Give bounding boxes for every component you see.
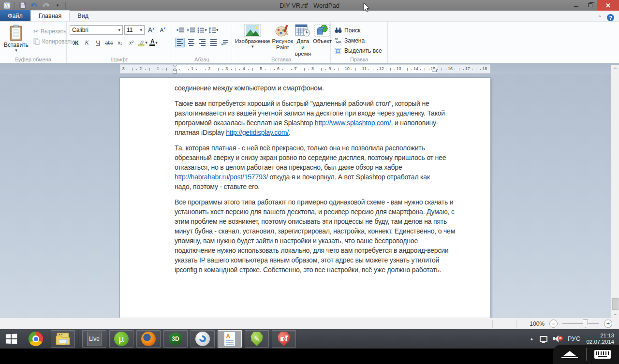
- ruler-tick: [274, 69, 275, 70]
- restore-button[interactable]: [583, 0, 597, 11]
- select-all-button[interactable]: Выделить все: [335, 46, 385, 56]
- ruler-tick: [235, 68, 236, 71]
- insert-object-button[interactable]: Объект: [312, 24, 333, 44]
- underline-button[interactable]: Ч: [93, 38, 103, 47]
- find-button[interactable]: Поиск: [335, 26, 385, 35]
- expand-overlay-button[interactable]: [553, 345, 586, 364]
- hyperlink[interactable]: http://getidisplay.com/: [226, 129, 289, 136]
- document-page[interactable]: соединение между компьютером и смартфоно…: [120, 78, 490, 318]
- scroll-up-arrow-icon[interactable]: ⌃: [611, 65, 619, 73]
- save-button[interactable]: [18, 1, 28, 10]
- start-button[interactable]: [0, 329, 22, 349]
- taskbar-splashtop[interactable]: [191, 330, 215, 348]
- justify-button[interactable]: [208, 38, 218, 47]
- font-color-button[interactable]: A ▾: [148, 38, 159, 47]
- font-family-select[interactable]: Calibri▾: [70, 25, 123, 35]
- taskbar-utorrent[interactable]: µ: [109, 330, 133, 348]
- increase-indent-button[interactable]: [186, 25, 196, 35]
- taskbar-tridef3d[interactable]: 3D: [163, 330, 188, 348]
- subscript-button[interactable]: x₂: [115, 38, 125, 47]
- vertical-scrollbar[interactable]: ⌃ ⌄: [611, 65, 619, 318]
- shrink-font-button[interactable]: A▾: [158, 25, 168, 35]
- zoom-out-button[interactable]: −: [549, 320, 558, 328]
- ribbon: Вставить ▾ ✂ Вырезать Копировать Буфер о…: [0, 22, 619, 63]
- customize-qat-dropdown[interactable]: ▾: [53, 1, 62, 10]
- ruler-tick: [282, 69, 283, 70]
- paint-drawing-button[interactable]: РисунокPaint: [271, 24, 294, 51]
- taskbar-wordpad-active[interactable]: A: [218, 330, 242, 348]
- ruler-tick: [343, 69, 343, 70]
- strikethrough-button[interactable]: abc: [104, 38, 114, 47]
- tab-view[interactable]: Вид: [70, 10, 96, 21]
- ruler-tick: [437, 69, 438, 70]
- text-line: упомяну, вам нужно будет зайти в настрой…: [175, 236, 455, 246]
- decrease-indent-button[interactable]: [175, 25, 185, 35]
- calendar-clock-icon: [295, 24, 310, 37]
- network-icon[interactable]: [540, 336, 547, 342]
- taskbar-chrome[interactable]: [24, 330, 48, 348]
- muted-speaker-icon[interactable]: ✕: [553, 335, 562, 342]
- collapse-ribbon-icon[interactable]: ⌃: [598, 15, 602, 21]
- paste-button[interactable]: Вставить ▾: [2, 24, 30, 56]
- highlight-color-button[interactable]: ▾: [137, 38, 147, 47]
- paragraph-dialog-button[interactable]: [220, 38, 229, 47]
- indent-marker[interactable]: [172, 65, 177, 73]
- ruler-tick: [446, 69, 446, 70]
- tab-file[interactable]: Файл: [0, 10, 30, 21]
- show-hidden-icons[interactable]: ▲: [530, 336, 534, 341]
- tab-home[interactable]: Главная: [30, 10, 70, 21]
- taskbar-file-explorer[interactable]: [51, 330, 75, 348]
- help-icon[interactable]: ?: [607, 14, 614, 21]
- hyperlink[interactable]: http://habrahabr.ru/post/157793/: [175, 173, 268, 181]
- ribbon-group-edit: Поиск abac Замена Выделить все Правка: [331, 22, 388, 63]
- grow-font-button[interactable]: A▴: [146, 25, 156, 35]
- system-tray: ▲ ✕ РУС 21:13 02.07.2014: [530, 333, 619, 345]
- ruler-tick: [355, 68, 356, 71]
- date-time-button[interactable]: Дата ивремя: [294, 24, 312, 57]
- tray-clock[interactable]: 21:13 02.07.2014: [586, 333, 614, 345]
- zoom-level: 100%: [530, 320, 545, 327]
- zoom-slider[interactable]: [562, 320, 599, 328]
- language-indicator[interactable]: РУС: [568, 335, 581, 342]
- text-segment: Все программы этого типа работают по при…: [175, 198, 453, 206]
- align-center-button[interactable]: [186, 38, 196, 47]
- text-line: подключение нужно использовать локально,…: [175, 246, 455, 255]
- align-right-button[interactable]: [197, 38, 207, 47]
- undo-button[interactable]: [29, 1, 39, 10]
- zoom-in-button[interactable]: +: [604, 320, 612, 328]
- list-button[interactable]: ▾: [197, 25, 207, 35]
- hyperlink[interactable]: http://www.splashtop.com/: [315, 119, 391, 127]
- redo-button[interactable]: [41, 1, 51, 10]
- document-text: соединение между компьютером и смартфоно…: [175, 83, 455, 280]
- taskbar-editor-app[interactable]: ✎: [245, 330, 269, 348]
- insert-image-button[interactable]: Изображение ▾: [234, 24, 271, 48]
- ruler-tick: [459, 68, 459, 71]
- taskbar-firefox[interactable]: [136, 330, 161, 348]
- text-segment: соединение между компьютером и смартфоно…: [175, 84, 324, 92]
- replace-button[interactable]: abac Замена: [335, 36, 385, 45]
- paste-dropdown-caret: ▾: [15, 48, 17, 52]
- superscript-button[interactable]: x²: [126, 38, 136, 47]
- taskbar-separator: [78, 330, 79, 348]
- ruler-tick: [136, 69, 137, 70]
- close-button[interactable]: ✕: [597, 0, 619, 11]
- italic-button[interactable]: К: [82, 38, 92, 47]
- scrollbar-thumb[interactable]: [612, 298, 619, 310]
- zoom-slider-thumb[interactable]: [583, 320, 588, 328]
- font-size-select[interactable]: 11▾: [124, 25, 145, 35]
- scroll-down-arrow-icon[interactable]: ⌄: [611, 309, 619, 318]
- text-line: Все программы этого типа работают по при…: [175, 197, 455, 207]
- touch-keyboard-button[interactable]: [587, 345, 619, 364]
- align-left-button[interactable]: [175, 38, 185, 47]
- image-icon: [244, 24, 261, 37]
- bold-button[interactable]: Ж: [71, 38, 81, 47]
- ruler-tick: [339, 68, 339, 71]
- line-spacing-button[interactable]: ▾: [208, 25, 219, 35]
- text-segment: обрезанный сверху и снизу экран ровно по…: [175, 154, 446, 161]
- taskbar-live[interactable]: Live: [82, 330, 106, 348]
- ruler-tick: [325, 69, 326, 70]
- minimize-button[interactable]: [569, 0, 583, 11]
- taskbar-capture-app[interactable]: [272, 330, 296, 348]
- ruler[interactable]: 321123456789101112131415161718: [120, 64, 490, 73]
- ruler-tick: [360, 69, 360, 70]
